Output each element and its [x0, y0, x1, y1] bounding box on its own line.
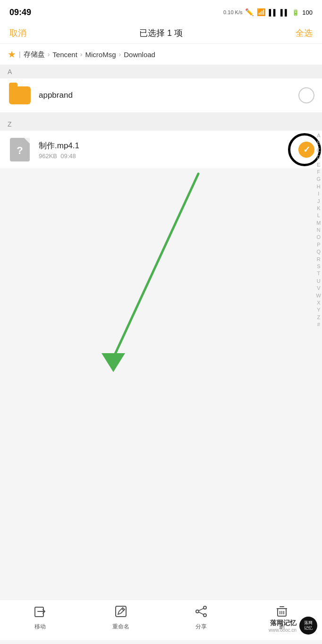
- nav-bar: 取消 已选择 1 项 全选: [0, 23, 322, 44]
- move-button[interactable]: 移动: [0, 605, 81, 631]
- file-info: appbrand: [39, 91, 298, 100]
- battery-level: 100: [302, 9, 313, 16]
- selection-title: 已选择 1 项: [139, 27, 183, 39]
- file-meta: 962KB 09:48: [39, 153, 298, 160]
- section-header-z: Z: [0, 118, 322, 131]
- list-item[interactable]: ? 制作.mp4.1 962KB 09:48: [0, 131, 322, 169]
- breadcrumb-sep-1: |: [19, 51, 21, 58]
- bottom-toolbar: 移动 重命名 分享: [0, 600, 322, 640]
- status-bar: 09:49 0.10 K/s ✏️ 📶 ▌▌ ▌▌ 🔋 100: [0, 0, 322, 23]
- watermark-name: 落网记忆: [269, 619, 297, 627]
- svg-point-6: [203, 614, 206, 617]
- file-info: 制作.mp4.1 962KB 09:48: [39, 140, 298, 160]
- unknown-file-icon: ?: [8, 137, 32, 162]
- battery-icon: 🔋: [292, 9, 299, 16]
- svg-line-0: [113, 174, 198, 358]
- svg-line-8: [199, 612, 203, 615]
- breadcrumb-arrow-3: ›: [119, 51, 121, 58]
- watermark-url: www.oooc.cn: [269, 627, 297, 633]
- folder-icon: [8, 85, 32, 106]
- share-icon: [195, 605, 208, 621]
- empty-space: [0, 169, 322, 600]
- cancel-button[interactable]: 取消: [9, 27, 26, 39]
- breadcrumb: ★ | 存储盘 › Tencent › MicroMsg › Download: [0, 44, 322, 65]
- share-button[interactable]: 分享: [161, 605, 242, 631]
- svg-rect-3: [116, 606, 126, 617]
- file-checkbox[interactable]: [298, 87, 314, 103]
- svg-point-4: [203, 606, 206, 609]
- watermark-logo: 落网记忆: [299, 617, 317, 635]
- file-list-z: ? 制作.mp4.1 962KB 09:48: [0, 131, 322, 169]
- breadcrumb-tencent[interactable]: Tencent: [52, 51, 77, 59]
- network-speed: 0.10 K/s: [223, 9, 242, 15]
- watermark: 落网记忆 www.oooc.cn 落网记忆: [269, 617, 317, 635]
- arrow-annotation: [0, 169, 322, 386]
- edit-icon: ✏️: [245, 8, 254, 17]
- breadcrumb-micromsg[interactable]: MicroMsg: [85, 51, 116, 59]
- move-icon: [34, 605, 47, 621]
- svg-marker-1: [102, 353, 125, 372]
- star-icon[interactable]: ★: [8, 49, 16, 60]
- breadcrumb-arrow-1: ›: [48, 51, 50, 58]
- rename-label: 重命名: [112, 623, 129, 631]
- svg-line-7: [199, 609, 203, 611]
- file-list-a: appbrand: [0, 78, 322, 113]
- alphabet-sidebar[interactable]: A B C D E F G H I J K L M N O P Q R S T …: [316, 132, 321, 329]
- file-name: 制作.mp4.1: [39, 140, 298, 151]
- section-header-a: A: [0, 65, 322, 78]
- svg-point-5: [196, 610, 199, 613]
- status-time: 09:49: [9, 8, 31, 17]
- wifi-icon: 📶: [257, 8, 266, 17]
- signal-icon: ▌▌: [269, 9, 277, 16]
- share-label: 分享: [195, 623, 207, 631]
- breadcrumb-arrow-2: ›: [80, 51, 83, 58]
- file-name: appbrand: [39, 91, 298, 100]
- file-checkbox-checked[interactable]: [298, 142, 314, 158]
- signal2-icon: ▌▌: [280, 9, 289, 16]
- breadcrumb-download[interactable]: Download: [124, 51, 155, 59]
- rename-icon: [114, 605, 127, 621]
- select-all-button[interactable]: 全选: [296, 27, 313, 39]
- status-icons: 0.10 K/s ✏️ 📶 ▌▌ ▌▌ 🔋 100: [223, 8, 313, 17]
- section-separator: [0, 113, 322, 118]
- breadcrumb-storage[interactable]: 存储盘: [24, 50, 45, 59]
- main-content: A appbrand Z ? 制作.mp4.1 962KB 09:4: [0, 65, 322, 600]
- list-item[interactable]: appbrand: [0, 78, 322, 113]
- move-label: 移动: [34, 623, 46, 631]
- rename-button[interactable]: 重命名: [81, 605, 161, 631]
